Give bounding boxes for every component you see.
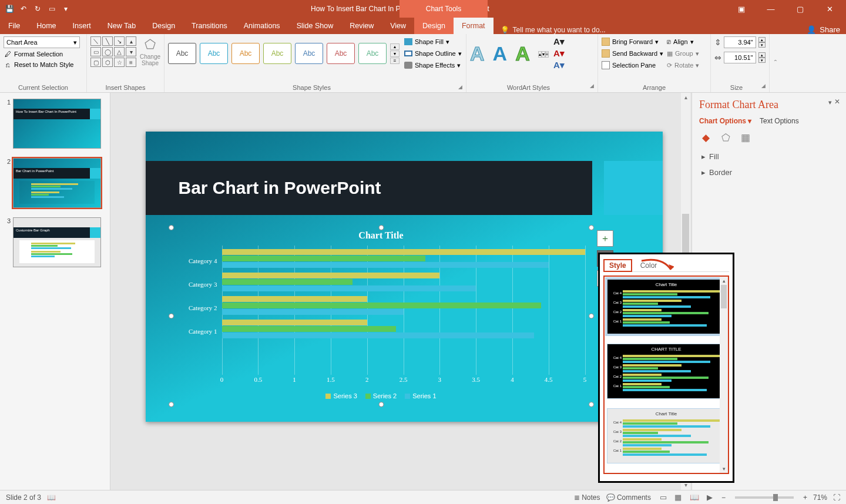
chart-title[interactable]: Chart Title [172,230,591,241]
flyout-color-tab[interactable]: Color [636,260,662,271]
thumbnail-2[interactable]: 2 Bar Chart in PowerPoint [5,158,105,208]
normal-view-icon[interactable]: ▭ [657,493,670,502]
chart-legend[interactable]: Series 3Series 2Series 1 [172,392,591,399]
scroll-up-icon[interactable]: ▴ [681,93,690,102]
shape-rrect[interactable]: ▢ [90,58,101,67]
scroll-thumb[interactable] [721,285,727,308]
tell-me-search[interactable]: 💡Tell me what you want to do... [501,26,801,34]
task-pane-options-icon[interactable]: ▾ [828,99,832,106]
bring-forward-button[interactable]: Bring Forward▾ [602,36,663,47]
fit-to-window-icon[interactable]: ⛶ [833,493,840,502]
shape-style-4[interactable]: Abc [263,43,291,64]
chart-style-preview-3[interactable]: Chart Title Cat 4Cat 3Cat 2Cat 1 [607,408,726,463]
resize-handle[interactable] [589,402,594,407]
resize-handle[interactable] [378,402,384,407]
shape-more2[interactable]: ▾ [126,47,136,56]
plot-area[interactable]: Category 4Category 3Category 2Category 1 [222,246,585,375]
shapes-gallery[interactable]: ＼╲↘▴ ▭◯△▾ ▢⬡☆≡ [90,36,136,67]
shape-arrow[interactable]: ↘ [114,36,125,46]
resize-handle[interactable] [589,225,594,230]
share-button[interactable]: 👤Share [801,25,846,34]
qat-more-icon[interactable]: ▾ [60,3,72,15]
slide-sorter-icon[interactable]: ▦ [672,493,684,502]
shape-style-gallery[interactable]: Abc Abc Abc Abc Abc Abc Abc ▴▾≡ [168,43,400,64]
zoom-slider[interactable] [735,496,794,499]
tab-review[interactable]: Review [341,18,382,34]
shape-style-1[interactable]: Abc [168,43,196,64]
zoom-out-icon[interactable]: − [721,493,726,502]
chart-style-preview-1[interactable]: Chart Title Cat 4Cat 3Cat 2Cat 1 [607,279,726,334]
shape-style-2[interactable]: Abc [200,43,228,64]
size-properties-icon[interactable]: ▦ [739,131,752,144]
thumbnail-1[interactable]: 1 How To Insert Bar Chart In PowerPoint [5,99,105,149]
tab-animations[interactable]: Animations [236,18,288,34]
shape-outline-button[interactable]: Shape Outline▾ [404,48,462,59]
zoom-in-icon[interactable]: + [803,493,807,502]
shape-rect[interactable]: ▭ [90,47,101,56]
flyout-style-tab[interactable]: Style [603,259,632,272]
tab-design[interactable]: Design [144,18,183,34]
wordart-1[interactable]: A [470,42,485,65]
save-icon[interactable]: 💾 [4,3,15,15]
fill-line-icon[interactable]: ◆ [699,131,712,144]
ribbon-display-options-icon[interactable]: ▣ [728,1,754,17]
wordart-2[interactable]: A [493,42,508,65]
shape-style-3[interactable]: Abc [231,43,260,64]
redo-icon[interactable]: ↻ [32,3,43,15]
effects-icon[interactable]: ⬠ [719,131,732,144]
text-effects-button[interactable]: A▾ [552,60,565,70]
chart-element-selector[interactable]: Chart Area ▾ [4,36,80,48]
chart-style-preview-2[interactable]: CHART TITLE Cat 4Cat 3Cat 2Cat 1 [607,344,726,399]
tab-slideshow[interactable]: Slide Show [288,18,342,34]
send-backward-button[interactable]: Send Backward▾ [602,48,663,59]
dialog-launcher-icon[interactable]: ◢ [587,83,594,91]
text-outline-button[interactable]: A▾ [552,48,565,59]
slideshow-view-icon[interactable]: ▶ [704,493,716,502]
resize-handle[interactable] [169,402,174,407]
resize-handle[interactable] [378,225,384,230]
gallery-spin[interactable]: ▴▾≡ [390,43,400,64]
spell-check-icon[interactable]: 📖 [47,493,56,502]
width-spin[interactable]: ▴▾ [758,52,766,63]
wordart-spin[interactable]: ▴▾≡ [538,50,549,57]
selection-pane-button[interactable]: Selection Pane [602,60,663,70]
format-selection-button[interactable]: 🖊Format Selection [4,49,83,59]
resize-handle[interactable] [589,314,594,319]
close-pane-icon[interactable]: ✕ [833,98,841,106]
start-from-beginning-icon[interactable]: ▭ [46,3,58,15]
comments-button[interactable]: 💬 Comments [606,493,651,502]
height-value[interactable]: 3.94" [724,36,756,48]
fill-section[interactable]: ▸Fill [701,152,839,161]
shape-effects-button[interactable]: Shape Effects▾ [404,60,462,70]
height-spin[interactable]: ▴▾ [758,37,766,48]
width-input-row[interactable]: ⇔10.51"▴▾ [714,52,766,63]
shape-oval[interactable]: ◯ [102,47,113,56]
close-icon[interactable]: ✕ [817,1,842,17]
wordart-3[interactable]: A [515,42,530,65]
notes-button[interactable]: ≣ Notes [574,493,600,502]
tab-insert[interactable]: Insert [65,18,99,34]
shape-fill-button[interactable]: Shape Fill▾ [404,36,462,47]
shape-style-7[interactable]: Abc [358,43,387,64]
text-options-tab[interactable]: Text Options [760,117,799,125]
dialog-launcher-icon[interactable]: ◢ [758,83,766,91]
shape-line2[interactable]: ╲ [102,36,113,46]
height-input-row[interactable]: ⇕3.94"▴▾ [714,36,766,48]
tab-home[interactable]: Home [28,18,64,34]
slide-title[interactable]: Bar Chart in PowerPoint [179,178,381,198]
shape-more3[interactable]: ≡ [126,58,136,67]
chart-elements-button[interactable]: ＋ [597,230,613,247]
scroll-up-icon[interactable]: ▴ [720,277,728,285]
shape-style-6[interactable]: Abc [327,43,355,64]
align-button[interactable]: ⎚Align▾ [667,36,699,47]
shape-hex[interactable]: ⬡ [102,58,113,67]
shape-more[interactable]: ▴ [126,36,136,46]
collapse-ribbon-icon[interactable]: ˆ [770,59,781,68]
flyout-scrollbar[interactable]: ▴ ▾ [720,277,728,473]
shape-style-5[interactable]: Abc [295,43,323,64]
shape-tri[interactable]: △ [114,47,125,56]
tab-transitions[interactable]: Transitions [183,18,236,34]
maximize-icon[interactable]: ▢ [787,1,813,17]
reading-view-icon[interactable]: 📖 [687,493,702,502]
slide[interactable]: Bar Chart in PowerPoint Chart Title Cate… [146,132,663,422]
